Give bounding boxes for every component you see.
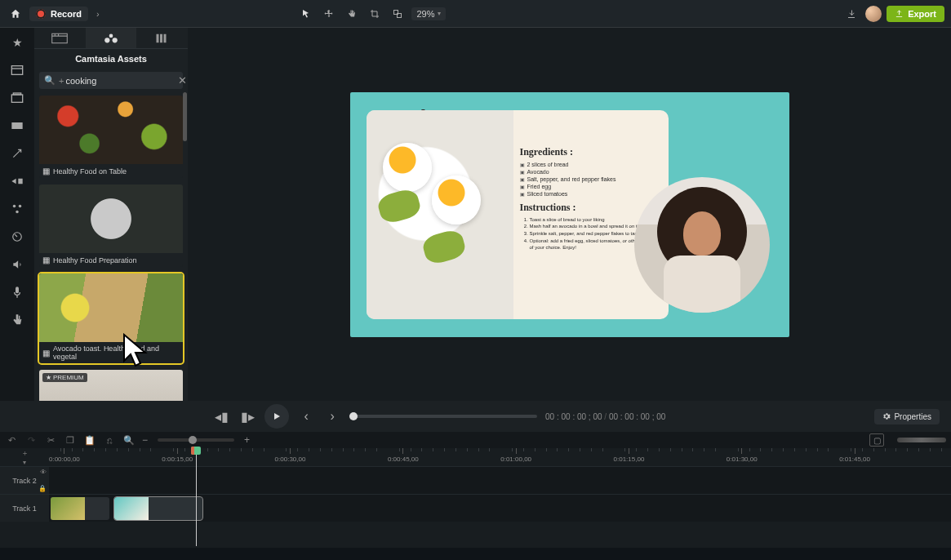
asset-thumbnail: [39, 273, 183, 342]
track-label: Track 2: [12, 477, 37, 485]
crop-tool-icon[interactable]: [366, 5, 384, 23]
track-lock-icon[interactable]: 🔒: [38, 485, 47, 492]
timeline-clip-selected[interactable]: [114, 497, 202, 520]
svg-rect-10: [16, 287, 19, 293]
asset-list: ▦Healthy Food on Table ▦Healthy Food Pre…: [34, 92, 188, 401]
export-label: Export: [908, 9, 936, 19]
left-tool-rail: ★: [0, 28, 34, 401]
svg-point-12: [104, 38, 109, 42]
tab-library[interactable]: [136, 28, 188, 48]
asset-search[interactable]: 🔍 + ✕: [39, 72, 183, 89]
asset-thumbnail: [39, 184, 183, 253]
marker-toggle[interactable]: ▢: [869, 433, 884, 447]
transitions-icon[interactable]: [7, 171, 27, 191]
video-icon: ▦: [42, 256, 50, 264]
track-header[interactable]: Track 2 👁 🔒: [0, 467, 49, 494]
track-row: Track 1: [0, 494, 951, 522]
paste-icon[interactable]: 📋: [83, 433, 96, 447]
ruler-tick: 0:00:30,00: [275, 448, 306, 466]
asset-card[interactable]: ▦Healthy Food on Table: [39, 96, 183, 178]
premium-badge: ★ PREMIUM: [42, 373, 87, 382]
asset-card[interactable]: ★ PREMIUM: [39, 370, 183, 401]
tab-media[interactable]: [34, 28, 86, 48]
effects-icon[interactable]: [7, 144, 27, 163]
move-tool-icon[interactable]: [320, 5, 338, 23]
scale-tool-icon[interactable]: [389, 5, 407, 23]
next-frame-button[interactable]: ▮▸: [238, 407, 256, 425]
canvas-zoom[interactable]: 29% ▾: [411, 7, 446, 20]
voice-icon[interactable]: [7, 282, 27, 302]
search-prefix: +: [59, 76, 64, 86]
favorites-icon[interactable]: ★: [7, 33, 27, 52]
copy-icon[interactable]: ❐: [64, 433, 77, 447]
clear-search-icon[interactable]: ✕: [178, 74, 187, 87]
timeline-bottom-pad: [0, 522, 951, 548]
cursor-effects-icon[interactable]: [7, 227, 27, 247]
split-icon[interactable]: ⎌: [103, 433, 116, 447]
svg-rect-17: [163, 33, 166, 42]
properties-button[interactable]: Properties: [874, 409, 940, 424]
expand-chevron-icon[interactable]: ›: [96, 9, 100, 19]
behaviors-icon[interactable]: [7, 199, 27, 219]
asset-caption: Healthy Food on Table: [53, 167, 127, 176]
zoom-slider-knob[interactable]: [189, 436, 197, 444]
playhead[interactable]: [196, 448, 197, 546]
track-header[interactable]: Track 1: [0, 495, 49, 522]
prev-marker-button[interactable]: ‹: [297, 407, 315, 425]
track-row: Track 2 👁 🔒: [0, 466, 951, 494]
play-button[interactable]: [264, 404, 289, 429]
zoom-out-timeline-icon[interactable]: 🔍: [122, 433, 136, 447]
instructions-heading: Instructions :: [520, 202, 662, 214]
zoom-minus[interactable]: −: [142, 434, 148, 446]
select-tool-icon[interactable]: [297, 5, 315, 23]
asset-thumbnail: ★ PREMIUM: [39, 370, 183, 401]
presenter-circle: [634, 177, 770, 313]
timeline-ruler[interactable]: ＋ ▾ 0:00:00,000:00:15,000:00:30,000:00:4…: [0, 448, 951, 466]
asset-card[interactable]: ▦Healthy Food Preparation: [39, 184, 183, 267]
download-icon[interactable]: [842, 5, 860, 23]
user-avatar[interactable]: [865, 6, 882, 22]
export-button[interactable]: Export: [887, 6, 944, 22]
asset-scrollbar[interactable]: [183, 92, 187, 141]
svg-point-6: [13, 205, 16, 208]
cut-icon[interactable]: ✂: [44, 433, 57, 447]
canvas-area[interactable]: Avocado Toast Ingredients : 2 slices of …: [188, 28, 951, 401]
redo-icon[interactable]: ↷: [24, 433, 38, 447]
timeline-tracks: Track 2 👁 🔒 Track 1: [0, 466, 951, 522]
timeline-zoom-slider[interactable]: [158, 438, 234, 442]
canvas[interactable]: Avocado Toast Ingredients : 2 slices of …: [350, 92, 789, 337]
asset-thumbnail: [39, 96, 183, 164]
scrubber[interactable]: [349, 415, 537, 418]
search-input[interactable]: [65, 76, 178, 86]
library-icon[interactable]: [7, 88, 27, 108]
ruler-tick: 0:00:45,00: [388, 448, 419, 466]
playhead-cap-icon[interactable]: [191, 447, 201, 455]
undo-icon[interactable]: ↶: [5, 433, 18, 447]
timeline-clip[interactable]: [51, 497, 109, 520]
asset-panel: Camtasia Assets 🔍 + ✕ ▦Healthy Food on T…: [34, 28, 188, 401]
svg-rect-3: [11, 95, 22, 102]
interactivity-icon[interactable]: [7, 310, 27, 330]
asset-card-selected[interactable]: ▦Avocado toast. Healthy food and vegetal: [39, 273, 183, 363]
collapse-tracks-icon[interactable]: ▾: [23, 459, 26, 466]
svg-rect-5: [11, 122, 22, 129]
record-button[interactable]: Record: [29, 7, 88, 21]
audio-effects-icon[interactable]: [7, 255, 27, 274]
annotations-icon[interactable]: [7, 116, 27, 136]
tab-assets[interactable]: [86, 28, 137, 48]
home-icon[interactable]: [7, 5, 24, 23]
track-body[interactable]: [49, 467, 951, 494]
scrubber-handle[interactable]: [349, 412, 358, 420]
svg-point-8: [16, 211, 19, 214]
track-body[interactable]: [49, 495, 951, 522]
add-track-icon[interactable]: ＋: [21, 448, 29, 459]
prev-frame-button[interactable]: ◂▮: [212, 407, 230, 425]
ingredients-list: 2 slices of bread Avocado Salt, pepper, …: [520, 162, 662, 197]
track-menu-icon[interactable]: 👁: [40, 469, 47, 476]
panel-resize-handle[interactable]: [897, 438, 946, 442]
zoom-plus[interactable]: +: [244, 434, 250, 446]
next-marker-button[interactable]: ›: [323, 407, 341, 425]
media-bin-icon[interactable]: [7, 60, 27, 80]
svg-rect-11: [52, 33, 68, 42]
hand-tool-icon[interactable]: [343, 5, 361, 23]
